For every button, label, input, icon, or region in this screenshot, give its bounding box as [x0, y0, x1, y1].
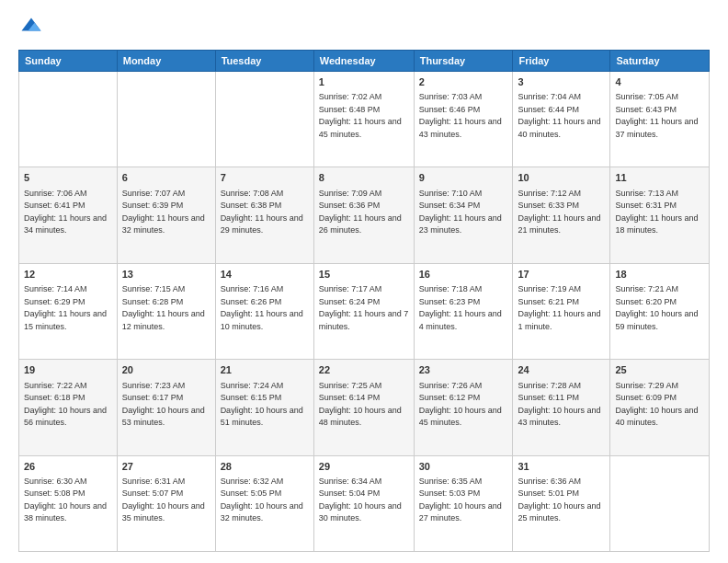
- calendar-cell: 26Sunrise: 6:30 AM Sunset: 5:08 PM Dayli…: [19, 455, 118, 551]
- day-number: 16: [419, 268, 508, 282]
- day-info: Sunrise: 6:35 AM Sunset: 5:03 PM Dayligh…: [419, 476, 508, 525]
- day-number: 7: [221, 171, 309, 185]
- day-number: 20: [122, 363, 210, 377]
- calendar-cell: 15Sunrise: 7:17 AM Sunset: 6:24 PM Dayli…: [313, 263, 414, 359]
- day-info: Sunrise: 7:28 AM Sunset: 6:11 PM Dayligh…: [518, 380, 605, 430]
- day-info: Sunrise: 7:29 AM Sunset: 6:09 PM Dayligh…: [615, 380, 704, 430]
- logo-icon: [18, 15, 44, 40]
- calendar-cell: 14Sunrise: 7:16 AM Sunset: 6:26 PM Dayli…: [215, 263, 313, 359]
- calendar-cell: 7Sunrise: 7:08 AM Sunset: 6:38 PM Daylig…: [215, 167, 313, 263]
- day-number: 18: [615, 268, 704, 282]
- day-info: Sunrise: 7:21 AM Sunset: 6:20 PM Dayligh…: [615, 283, 704, 333]
- day-number: 21: [221, 363, 309, 377]
- day-info: Sunrise: 6:36 AM Sunset: 5:01 PM Dayligh…: [518, 476, 605, 525]
- day-number: 12: [24, 268, 112, 282]
- logo: [18, 15, 48, 40]
- day-info: Sunrise: 7:08 AM Sunset: 6:38 PM Dayligh…: [221, 188, 309, 237]
- day-info: Sunrise: 7:18 AM Sunset: 6:23 PM Dayligh…: [419, 283, 508, 333]
- day-info: Sunrise: 7:12 AM Sunset: 6:33 PM Dayligh…: [518, 188, 605, 237]
- day-number: 8: [319, 171, 409, 185]
- day-info: Sunrise: 6:34 AM Sunset: 5:04 PM Dayligh…: [319, 476, 409, 525]
- day-info: Sunrise: 6:32 AM Sunset: 5:05 PM Dayligh…: [221, 476, 309, 525]
- day-number: 5: [24, 171, 112, 185]
- calendar-cell: 30Sunrise: 6:35 AM Sunset: 5:03 PM Dayli…: [414, 455, 513, 551]
- day-header-monday: Monday: [117, 51, 215, 72]
- header: [18, 15, 710, 40]
- calendar-cell: 3Sunrise: 7:04 AM Sunset: 6:44 PM Daylig…: [513, 72, 610, 167]
- calendar-cell: 17Sunrise: 7:19 AM Sunset: 6:21 PM Dayli…: [513, 263, 610, 359]
- calendar-cell: 25Sunrise: 7:29 AM Sunset: 6:09 PM Dayli…: [610, 360, 710, 455]
- day-number: 9: [419, 171, 508, 185]
- calendar-cell: 8Sunrise: 7:09 AM Sunset: 6:36 PM Daylig…: [313, 167, 414, 263]
- week-row-5: 26Sunrise: 6:30 AM Sunset: 5:08 PM Dayli…: [19, 455, 710, 551]
- week-row-4: 19Sunrise: 7:22 AM Sunset: 6:18 PM Dayli…: [19, 360, 710, 455]
- calendar-header-row: SundayMondayTuesdayWednesdayThursdayFrid…: [19, 51, 710, 72]
- day-number: 13: [122, 268, 210, 282]
- day-number: 26: [24, 460, 112, 474]
- calendar-cell: [117, 72, 215, 167]
- page: SundayMondayTuesdayWednesdayThursdayFrid…: [0, 0, 728, 563]
- calendar-cell: 1Sunrise: 7:02 AM Sunset: 6:48 PM Daylig…: [313, 72, 414, 167]
- day-info: Sunrise: 7:24 AM Sunset: 6:15 PM Dayligh…: [221, 380, 309, 430]
- day-header-friday: Friday: [513, 51, 610, 72]
- day-info: Sunrise: 7:10 AM Sunset: 6:34 PM Dayligh…: [419, 188, 508, 237]
- day-number: 29: [319, 460, 409, 474]
- day-header-thursday: Thursday: [414, 51, 513, 72]
- day-number: 6: [122, 171, 210, 185]
- calendar-cell: 22Sunrise: 7:25 AM Sunset: 6:14 PM Dayli…: [313, 360, 414, 455]
- calendar-cell: [215, 72, 313, 167]
- calendar-cell: 31Sunrise: 6:36 AM Sunset: 5:01 PM Dayli…: [513, 455, 610, 551]
- day-info: Sunrise: 7:15 AM Sunset: 6:28 PM Dayligh…: [122, 283, 210, 333]
- calendar-cell: 13Sunrise: 7:15 AM Sunset: 6:28 PM Dayli…: [117, 263, 215, 359]
- day-number: 3: [518, 75, 605, 89]
- day-info: Sunrise: 7:14 AM Sunset: 6:29 PM Dayligh…: [24, 283, 112, 333]
- calendar-cell: 21Sunrise: 7:24 AM Sunset: 6:15 PM Dayli…: [215, 360, 313, 455]
- calendar-cell: 19Sunrise: 7:22 AM Sunset: 6:18 PM Dayli…: [19, 360, 118, 455]
- calendar-cell: 2Sunrise: 7:03 AM Sunset: 6:46 PM Daylig…: [414, 72, 513, 167]
- day-info: Sunrise: 7:22 AM Sunset: 6:18 PM Dayligh…: [24, 380, 112, 430]
- calendar-cell: 6Sunrise: 7:07 AM Sunset: 6:39 PM Daylig…: [117, 167, 215, 263]
- day-info: Sunrise: 6:30 AM Sunset: 5:08 PM Dayligh…: [24, 476, 112, 525]
- day-number: 17: [518, 268, 605, 282]
- calendar-cell: 16Sunrise: 7:18 AM Sunset: 6:23 PM Dayli…: [414, 263, 513, 359]
- day-number: 10: [518, 171, 605, 185]
- day-info: Sunrise: 7:04 AM Sunset: 6:44 PM Dayligh…: [518, 91, 605, 141]
- calendar-cell: 11Sunrise: 7:13 AM Sunset: 6:31 PM Dayli…: [610, 167, 710, 263]
- day-info: Sunrise: 7:26 AM Sunset: 6:12 PM Dayligh…: [419, 380, 508, 430]
- day-number: 28: [221, 460, 309, 474]
- week-row-2: 5Sunrise: 7:06 AM Sunset: 6:41 PM Daylig…: [19, 167, 710, 263]
- day-info: Sunrise: 7:25 AM Sunset: 6:14 PM Dayligh…: [319, 380, 409, 430]
- calendar-cell: 4Sunrise: 7:05 AM Sunset: 6:43 PM Daylig…: [610, 72, 710, 167]
- week-row-1: 1Sunrise: 7:02 AM Sunset: 6:48 PM Daylig…: [19, 72, 710, 167]
- day-info: Sunrise: 7:16 AM Sunset: 6:26 PM Dayligh…: [221, 283, 309, 333]
- day-info: Sunrise: 6:31 AM Sunset: 5:07 PM Dayligh…: [122, 476, 210, 525]
- calendar-cell: 10Sunrise: 7:12 AM Sunset: 6:33 PM Dayli…: [513, 167, 610, 263]
- day-header-tuesday: Tuesday: [215, 51, 313, 72]
- calendar-cell: 20Sunrise: 7:23 AM Sunset: 6:17 PM Dayli…: [117, 360, 215, 455]
- day-info: Sunrise: 7:19 AM Sunset: 6:21 PM Dayligh…: [518, 283, 605, 333]
- day-info: Sunrise: 7:02 AM Sunset: 6:48 PM Dayligh…: [319, 91, 409, 141]
- calendar-cell: 24Sunrise: 7:28 AM Sunset: 6:11 PM Dayli…: [513, 360, 610, 455]
- day-number: 23: [419, 363, 508, 377]
- day-info: Sunrise: 7:03 AM Sunset: 6:46 PM Dayligh…: [419, 91, 508, 141]
- day-number: 22: [319, 363, 409, 377]
- calendar-cell: 12Sunrise: 7:14 AM Sunset: 6:29 PM Dayli…: [19, 263, 118, 359]
- day-number: 2: [419, 75, 508, 89]
- day-header-sunday: Sunday: [19, 51, 118, 72]
- calendar-cell: 5Sunrise: 7:06 AM Sunset: 6:41 PM Daylig…: [19, 167, 118, 263]
- week-row-3: 12Sunrise: 7:14 AM Sunset: 6:29 PM Dayli…: [19, 263, 710, 359]
- calendar-cell: 27Sunrise: 6:31 AM Sunset: 5:07 PM Dayli…: [117, 455, 215, 551]
- day-number: 15: [319, 268, 409, 282]
- day-number: 14: [221, 268, 309, 282]
- day-number: 27: [122, 460, 210, 474]
- day-number: 19: [24, 363, 112, 377]
- day-info: Sunrise: 7:06 AM Sunset: 6:41 PM Dayligh…: [24, 188, 112, 237]
- day-header-saturday: Saturday: [610, 51, 710, 72]
- calendar: SundayMondayTuesdayWednesdayThursdayFrid…: [18, 50, 710, 552]
- calendar-cell: 23Sunrise: 7:26 AM Sunset: 6:12 PM Dayli…: [414, 360, 513, 455]
- day-info: Sunrise: 7:17 AM Sunset: 6:24 PM Dayligh…: [319, 283, 409, 333]
- calendar-cell: [19, 72, 118, 167]
- day-number: 25: [615, 363, 704, 377]
- calendar-cell: 29Sunrise: 6:34 AM Sunset: 5:04 PM Dayli…: [313, 455, 414, 551]
- day-number: 11: [615, 171, 704, 185]
